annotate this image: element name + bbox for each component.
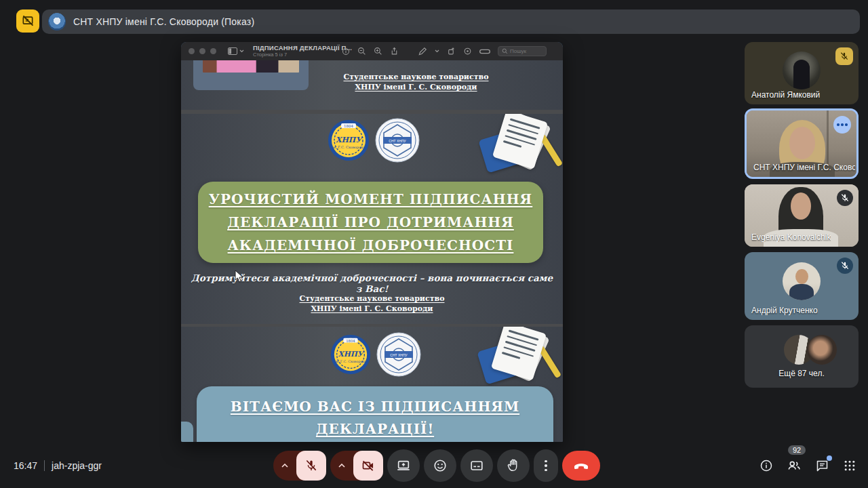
activities-button[interactable] xyxy=(842,458,858,474)
preview-titlebar: ПІДПИСАННЯ ДЕКЛАРАЦІЇ П... Сторінка 5 із… xyxy=(181,42,563,60)
people-icon xyxy=(787,458,802,473)
documents-pen-clipart xyxy=(477,327,557,382)
search-icon xyxy=(502,48,508,54)
camera-off-icon xyxy=(361,459,375,472)
svg-text:СНТ ХНПУ: СНТ ХНПУ xyxy=(389,139,406,143)
participant-name: Анатолій Ямковий xyxy=(751,90,820,100)
avatar xyxy=(783,52,821,89)
info-icon[interactable] xyxy=(342,47,350,56)
slide-title-line: ЦЕ ВАЖЛИВИЙ КРОК У ВАШІЙ xyxy=(197,441,553,442)
chevron-up-icon xyxy=(281,464,288,468)
zoom-in-icon[interactable] xyxy=(374,47,382,56)
slide-box-fragment xyxy=(181,422,193,442)
slide-title-line: ВІТАЄМО ВАС ІЗ ПІДПИСАННЯМ xyxy=(197,396,553,418)
share-icon[interactable] xyxy=(390,47,399,56)
slide-page-5: 1804 ХНПУ ім. Г.С. Сковороди СНТ ХНПУ xyxy=(181,114,563,324)
sidebar-icon xyxy=(228,47,237,55)
slide-title-box: УРОЧИСТИЙ МОМЕНТ ПІДПИСАННЯ ДЕКЛАРАЦІЇ П… xyxy=(198,182,543,263)
notification-dot xyxy=(827,455,832,461)
raise-hand-button[interactable] xyxy=(497,449,530,482)
mic-toggle-button[interactable] xyxy=(296,451,326,481)
zoom-out-icon[interactable] xyxy=(357,47,366,56)
more-options-button[interactable] xyxy=(534,449,558,482)
participant-name: Андрій Крутченко xyxy=(751,306,818,315)
meeting-side-controls: 92 xyxy=(758,458,858,474)
preview-toolbar xyxy=(342,42,547,60)
chat-button[interactable] xyxy=(814,458,830,474)
clock: 16:47 xyxy=(14,460,37,471)
meeting-details-button[interactable] xyxy=(758,458,774,474)
meeting-code: jah-zpja-ggr xyxy=(52,460,102,471)
page-indicator: Сторінка 5 із 7 xyxy=(253,52,352,58)
highlight-icon[interactable] xyxy=(479,48,490,55)
slide-title-line: УРОЧИСТИЙ МОМЕНТ ПІДПИСАННЯ xyxy=(198,188,543,211)
avatar xyxy=(807,335,837,365)
rotate-icon[interactable] xyxy=(447,47,456,56)
camera-toggle-button[interactable] xyxy=(353,451,383,481)
svg-text:1804: 1804 xyxy=(346,339,355,343)
divider xyxy=(44,460,45,471)
avatar xyxy=(48,13,66,30)
slide-page-4-fragment: Студентське наукове товариство ХНПУ імен… xyxy=(181,60,563,110)
captions-button[interactable] xyxy=(460,449,493,482)
more-participants-tile[interactable]: Ещё 87 чел. xyxy=(745,325,859,388)
slide-page-6-fragment: 1804 ХНПУ ім. Г.С. Сковороди СНТ ХНПУ xyxy=(181,327,563,442)
present-button[interactable] xyxy=(387,449,420,482)
captions-icon xyxy=(469,458,484,473)
svg-text:1804: 1804 xyxy=(344,124,353,128)
svg-text:СНТ ХНПУ: СНТ ХНПУ xyxy=(390,353,408,357)
mic-muted-badge xyxy=(837,258,853,274)
chevron-up-icon xyxy=(338,464,345,468)
zoom-window-button[interactable] xyxy=(210,48,216,54)
markup-pencil-icon[interactable] xyxy=(418,47,427,56)
present-screen-icon xyxy=(396,458,411,473)
snt-logo: СНТ ХНПУ xyxy=(376,332,421,377)
mic-off-icon xyxy=(304,459,318,472)
mic-control xyxy=(273,451,326,481)
close-window-button[interactable] xyxy=(189,48,195,54)
svg-text:ім. Г.С. Сковороди: ім. Г.С. Сковороди xyxy=(332,145,366,150)
svg-text:ім. Г.С. Сковороди: ім. Г.С. Сковороди xyxy=(334,360,366,363)
chevron-down-icon[interactable] xyxy=(435,49,439,53)
pdf-canvas: Студентське наукове товариство ХНПУ імен… xyxy=(181,60,563,442)
document-title: ПІДПИСАННЯ ДЕКЛАРАЦІЇ П... xyxy=(253,45,352,52)
sidebar-toggle-button[interactable] xyxy=(228,47,244,55)
slide-title-line: ДЕКЛАРАЦІЇ ПРО ДОТРИМАННЯ xyxy=(198,211,543,234)
participants-button[interactable]: 92 xyxy=(786,458,802,474)
camera-control xyxy=(330,451,383,481)
search-field[interactable] xyxy=(498,46,547,56)
mic-off-icon xyxy=(840,261,850,270)
smiley-icon xyxy=(433,458,448,473)
call-controls xyxy=(273,451,600,481)
tile-options-button[interactable] xyxy=(833,116,851,134)
mic-off-icon xyxy=(840,52,849,61)
participant-tile[interactable]: Андрій Крутченко xyxy=(745,252,859,320)
annotate-icon[interactable] xyxy=(463,47,472,56)
shared-screen-window: ПІДПИСАННЯ ДЕКЛАРАЦІЇ П... Сторінка 5 із… xyxy=(181,42,563,442)
reactions-button[interactable] xyxy=(424,449,456,482)
presentation-paused-badge[interactable] xyxy=(16,9,39,33)
mic-muted-badge xyxy=(837,190,853,206)
apps-grid-icon xyxy=(843,459,856,472)
participant-tile[interactable]: Анатолій Ямковий xyxy=(745,42,859,104)
slide-title-box: ВІТАЄМО ВАС ІЗ ПІДПИСАННЯМ ДЕКЛАРАЦІЇ! Ц… xyxy=(197,386,553,442)
screen-share-banner[interactable]: СНТ ХНПУ імені Г.С. Сковороди (Показ) xyxy=(42,9,860,34)
svg-text:ХНПУ: ХНПУ xyxy=(336,136,363,144)
search-input[interactable] xyxy=(510,48,541,54)
participant-tile[interactable]: Evgeniya Konovalchik xyxy=(745,184,859,247)
participant-tile-active-speaker[interactable]: СНТ ХНПУ імені Г.С. Сково... xyxy=(745,108,859,179)
khnpu-logo: 1804 ХНПУ ім. Г.С. Сковороди xyxy=(330,334,371,375)
slide-title-line: ДЕКЛАРАЦІЇ! xyxy=(197,418,553,441)
chevron-down-icon xyxy=(239,49,244,53)
participant-name: Evgeniya Konovalchik xyxy=(751,232,831,242)
end-call-button[interactable] xyxy=(562,451,600,481)
documents-pen-clipart xyxy=(478,115,558,171)
avatar xyxy=(783,262,821,300)
screen-share-label: СНТ ХНПУ імені Г.С. Сковороди (Показ) xyxy=(73,16,254,27)
info-icon xyxy=(760,459,773,472)
logo-row: 1804 ХНПУ ім. Г.С. Сковороди СНТ ХНПУ xyxy=(328,118,420,163)
minimize-window-button[interactable] xyxy=(199,48,205,54)
khnpu-logo: 1804 ХНПУ ім. Г.С. Сковороди xyxy=(328,119,370,161)
presentation-off-icon xyxy=(21,14,35,28)
chat-icon xyxy=(815,459,829,473)
